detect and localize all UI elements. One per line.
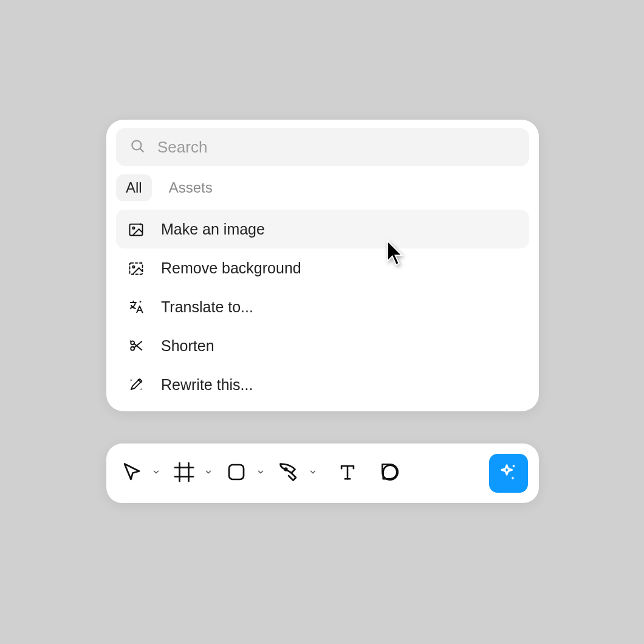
pen-tool-dropdown[interactable] bbox=[306, 466, 320, 481]
svg-rect-4 bbox=[130, 263, 143, 275]
shorten-icon bbox=[127, 337, 145, 355]
menu-item-shorten[interactable]: Shorten bbox=[116, 326, 529, 365]
chevron-down-icon bbox=[256, 468, 265, 479]
menu-item-label: Rewrite this... bbox=[161, 376, 253, 394]
frame-tool-icon bbox=[173, 461, 195, 485]
ai-sparkle-icon bbox=[498, 462, 519, 485]
pen-tool-group bbox=[274, 454, 323, 493]
comment-tool-button[interactable] bbox=[372, 454, 408, 493]
tab-all[interactable]: All bbox=[116, 174, 152, 201]
chevron-down-icon bbox=[309, 468, 317, 479]
search-input[interactable] bbox=[157, 138, 516, 157]
remove-background-icon bbox=[127, 259, 145, 277]
search-icon bbox=[129, 138, 145, 156]
search-row[interactable] bbox=[116, 128, 529, 166]
text-tool-button[interactable] bbox=[326, 454, 369, 493]
menu-item-label: Remove background bbox=[161, 259, 301, 277]
ai-tool-button[interactable] bbox=[489, 454, 528, 493]
frame-tool-group bbox=[170, 454, 218, 493]
menu-item-label: Shorten bbox=[161, 337, 214, 355]
text-tool-icon bbox=[337, 462, 358, 485]
frame-tool-dropdown[interactable] bbox=[201, 466, 216, 481]
svg-point-15 bbox=[285, 468, 287, 471]
move-tool-button[interactable] bbox=[117, 454, 146, 493]
svg-rect-2 bbox=[130, 224, 143, 236]
comment-tool-icon bbox=[380, 462, 400, 485]
actions-panel: All Assets Make an image bbox=[106, 120, 539, 411]
move-tool-icon bbox=[121, 461, 143, 485]
svg-point-3 bbox=[132, 227, 134, 229]
shape-tool-button[interactable] bbox=[222, 454, 251, 493]
tab-assets[interactable]: Assets bbox=[159, 174, 222, 201]
svg-point-21 bbox=[513, 465, 515, 467]
menu-item-label: Make an image bbox=[161, 221, 265, 238]
toolbar bbox=[106, 444, 539, 503]
shape-tool-dropdown[interactable] bbox=[253, 466, 268, 481]
svg-rect-14 bbox=[229, 465, 244, 479]
pen-tool-icon bbox=[278, 461, 300, 485]
menu-item-remove-background[interactable]: Remove background bbox=[116, 248, 529, 287]
translate-icon bbox=[127, 298, 145, 316]
menu-item-rewrite[interactable]: Rewrite this... bbox=[116, 365, 529, 404]
menu-list: Make an image Remove background bbox=[106, 210, 539, 404]
menu-item-translate[interactable]: Translate to... bbox=[116, 287, 529, 326]
menu-item-make-image[interactable]: Make an image bbox=[116, 210, 529, 248]
menu-item-label: Translate to... bbox=[161, 298, 253, 316]
shape-tool-group bbox=[222, 454, 270, 493]
rectangle-tool-icon bbox=[225, 461, 247, 485]
chevron-down-icon bbox=[204, 468, 213, 479]
frame-tool-button[interactable] bbox=[170, 454, 199, 493]
chevron-down-icon bbox=[152, 468, 160, 479]
tabs: All Assets bbox=[106, 172, 539, 210]
svg-point-5 bbox=[132, 266, 134, 268]
move-tool-dropdown[interactable] bbox=[149, 466, 163, 481]
pen-tool-button[interactable] bbox=[274, 454, 303, 493]
make-image-icon bbox=[127, 220, 145, 238]
svg-line-1 bbox=[140, 149, 143, 152]
rewrite-icon bbox=[127, 375, 145, 394]
move-tool-group bbox=[117, 454, 166, 493]
